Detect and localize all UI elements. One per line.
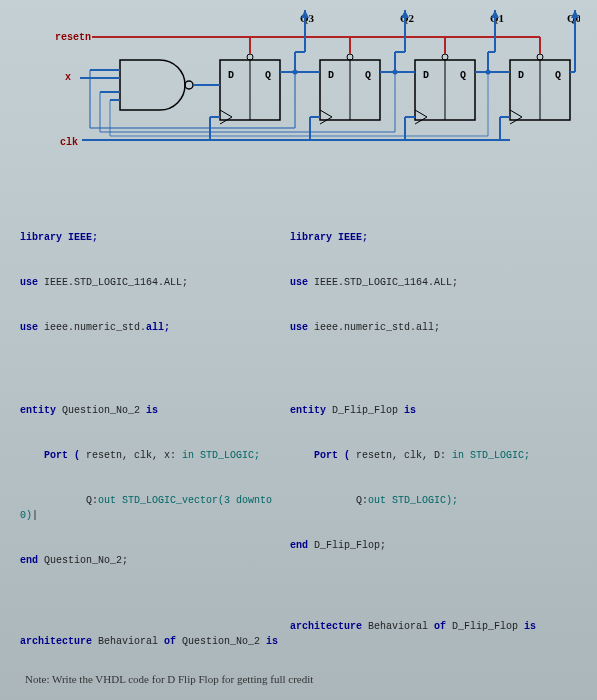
- svg-text:D: D: [423, 70, 429, 81]
- code-line: Q:out STD_LOGIC);: [290, 493, 577, 508]
- code-line: Q:out STD_LOGIC_vector(3 downto 0)|: [20, 493, 280, 523]
- code-line: use IEEE.STD_LOGIC_1164.ALL;: [290, 275, 577, 290]
- code-line: end D_Flip_Flop;: [290, 538, 577, 553]
- svg-point-12: [347, 54, 353, 60]
- code-columns: library IEEE; use IEEE.STD_LOGIC_1164.AL…: [20, 200, 577, 700]
- flip-flop-0: D Q: [220, 54, 280, 124]
- svg-text:D: D: [328, 70, 334, 81]
- code-line: use ieee.numeric_std.all;: [20, 320, 280, 335]
- x-label: x: [65, 72, 71, 83]
- svg-point-22: [537, 54, 543, 60]
- code-right-column: library IEEE; use IEEE.STD_LOGIC_1164.AL…: [290, 200, 577, 700]
- document-page: resetn x clk Q3 Q2 Q1 Q0: [0, 0, 597, 700]
- flip-flop-2: D Q: [415, 54, 475, 124]
- code-line: use IEEE.STD_LOGIC_1164.ALL;: [20, 275, 280, 290]
- svg-point-17: [442, 54, 448, 60]
- code-line: Port ( resetn, clk, D: in STD_LOGIC;: [290, 448, 577, 463]
- code-line: end Question_No_2;: [20, 553, 280, 568]
- svg-text:D: D: [518, 70, 524, 81]
- resetn-label: resetn: [55, 32, 91, 43]
- code-line: library IEEE;: [20, 230, 280, 245]
- code-line: use ieee.numeric_std.all;: [290, 320, 577, 335]
- svg-text:D: D: [228, 70, 234, 81]
- flip-flop-1: D Q: [320, 54, 380, 124]
- svg-text:Q: Q: [555, 70, 561, 81]
- circuit-diagram: resetn x clk Q3 Q2 Q1 Q0: [20, 10, 580, 160]
- code-line: architecture Behavioral of D_Flip_Flop i…: [290, 619, 577, 634]
- footer-note: Note: Write the VHDL code for D Flip Flo…: [25, 673, 313, 685]
- code-line: library IEEE;: [290, 230, 577, 245]
- code-line: architecture Behavioral of Question_No_2…: [20, 634, 280, 649]
- svg-text:Q: Q: [265, 70, 271, 81]
- flip-flop-3: D Q: [510, 54, 570, 124]
- clk-label: clk: [60, 137, 78, 148]
- svg-point-0: [185, 81, 193, 89]
- svg-text:Q: Q: [460, 70, 466, 81]
- code-line: entity D_Flip_Flop is: [290, 403, 577, 418]
- code-left-column: library IEEE; use IEEE.STD_LOGIC_1164.AL…: [20, 200, 280, 700]
- nand-gate: [80, 60, 193, 110]
- svg-text:Q: Q: [365, 70, 371, 81]
- code-line: Port ( resetn, clk, x: in STD_LOGIC;: [20, 448, 280, 463]
- svg-point-7: [247, 54, 253, 60]
- code-line: entity Question_No_2 is: [20, 403, 280, 418]
